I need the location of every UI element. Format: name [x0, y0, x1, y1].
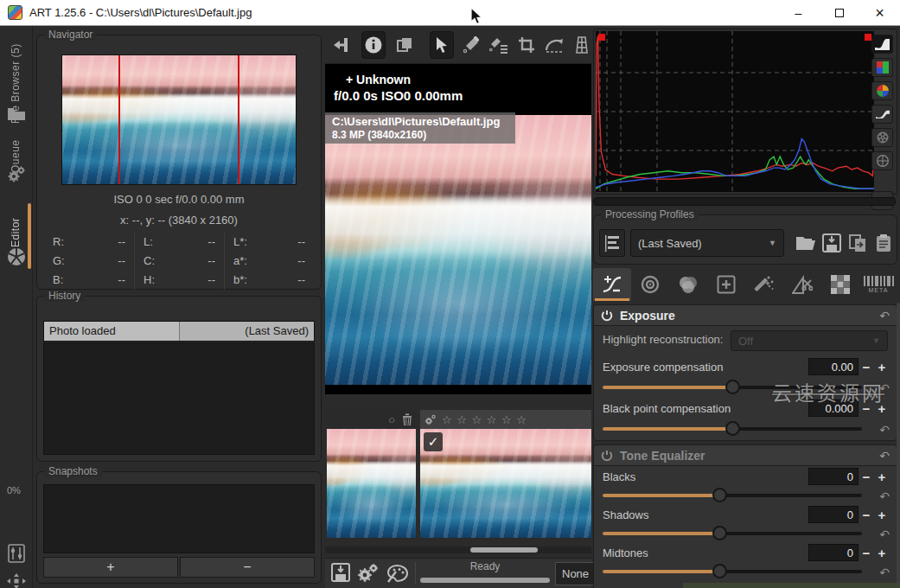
tone-equalizer-section-header[interactable]: Tone Equalizer ↶ [593, 444, 897, 465]
hand-tool-button[interactable] [430, 31, 454, 59]
highlight-reconstruction-select[interactable]: Off ▼ [731, 330, 888, 351]
pan-move-icon[interactable] [6, 571, 27, 588]
tab-local-editing[interactable] [707, 268, 745, 301]
queue-gears-icon[interactable] [6, 164, 27, 185]
shadows-spinbox[interactable]: 0 − + [808, 506, 890, 523]
save-image-button[interactable] [331, 563, 350, 582]
slider-thumb[interactable] [712, 526, 727, 540]
slider-thumb[interactable] [725, 421, 740, 436]
decrement-button[interactable]: − [859, 360, 874, 374]
exposure-reset-icon[interactable]: ↶ [879, 309, 890, 323]
slider-thumb[interactable] [712, 488, 727, 502]
add-snapshot-button[interactable]: + [43, 557, 178, 578]
decrement-button[interactable]: − [859, 508, 874, 522]
picker-options-button[interactable] [487, 31, 511, 59]
color-management-button[interactable] [386, 563, 408, 584]
info-toggle-button[interactable] [361, 31, 386, 59]
histogram-resize-handle[interactable] [593, 197, 896, 206]
remove-snapshot-button[interactable]: − [180, 557, 315, 578]
thumb-2-image[interactable]: ✓ [420, 429, 591, 538]
tab-transform[interactable] [783, 268, 821, 301]
queue-processing-button[interactable] [356, 563, 379, 584]
shadows-slider[interactable] [603, 525, 862, 542]
tab-detail[interactable] [631, 268, 669, 301]
decrement-button[interactable]: − [859, 546, 874, 560]
snapshots-list[interactable] [43, 484, 315, 553]
in-queue-gear-icon[interactable] [424, 414, 437, 425]
slider-reset-icon[interactable]: ↶ [879, 423, 890, 437]
progress-bar [420, 578, 550, 583]
decrement-button[interactable]: − [859, 470, 874, 484]
filmstrip-thumb-2-selected[interactable]: ☆ ☆ ☆ ☆ ☆ ☆ ✓ [420, 410, 591, 538]
load-profile-button[interactable] [795, 230, 817, 256]
perspective-tool-button[interactable] [570, 31, 594, 59]
color-picker-button[interactable] [459, 31, 483, 59]
filmstrip-scrollbar-thumb[interactable] [470, 547, 538, 553]
slider-thumb[interactable] [725, 380, 740, 394]
filmstrip-scrollbar[interactable] [325, 546, 591, 553]
histogram-mode-icon[interactable] [871, 35, 893, 54]
title-bar[interactable]: ART 1.25.6 - C:\Users\dl\Pictures\Defaul… [0, 0, 900, 26]
folder-icon[interactable] [6, 104, 27, 125]
tab-exposure[interactable] [593, 268, 631, 301]
minimize-button[interactable]: – [778, 0, 819, 26]
power-icon[interactable] [601, 450, 613, 462]
tab-editor[interactable]: Editor [10, 209, 22, 247]
history-entry[interactable]: Photo loaded [44, 322, 180, 341]
midtones-spinbox[interactable]: 0 − + [808, 544, 890, 561]
exposure-section-header[interactable]: Exposure ↶ [593, 304, 897, 325]
close-button[interactable]: × [859, 0, 900, 26]
increment-button[interactable]: + [874, 546, 890, 560]
blacks-spinbox[interactable]: 0 − + [808, 468, 890, 485]
tab-special-effects[interactable] [745, 268, 783, 301]
exposure-compensation-spinbox[interactable]: 0.00 − + [808, 358, 890, 375]
straighten-tool-button[interactable] [542, 31, 566, 59]
tab-raw[interactable] [821, 268, 859, 301]
tab-metadata[interactable]: META [859, 268, 897, 301]
aperture-icon[interactable] [6, 246, 27, 267]
history-entry-row[interactable]: Photo loaded (Last Saved) [43, 321, 315, 342]
shadow-clip-indicator[interactable] [598, 34, 605, 41]
increment-button[interactable]: + [874, 360, 890, 374]
history-title: History [44, 290, 85, 302]
color-label-icon[interactable]: ○ [388, 413, 395, 426]
increment-button[interactable]: + [874, 470, 890, 484]
slider-reset-icon[interactable]: ↶ [879, 489, 890, 503]
profile-select[interactable]: (Last Saved) ▼ [630, 229, 784, 257]
midtones-slider[interactable] [603, 563, 862, 580]
thumb-1-image[interactable] [327, 429, 416, 538]
slider-thumb[interactable] [712, 564, 727, 578]
before-after-button[interactable] [393, 31, 417, 59]
curve-mode-icon[interactable] [871, 105, 893, 124]
rgb-mode-icon[interactable] [871, 58, 893, 77]
navigator-thumbnail[interactable] [61, 54, 297, 185]
image-viewer[interactable]: + Unknown f/0.0 0s ISO0 0.00mm C:\Users\… [325, 64, 591, 394]
history-list[interactable] [43, 342, 315, 455]
increment-button[interactable]: + [874, 508, 890, 522]
hide-left-panel-button[interactable] [329, 31, 353, 59]
queue-profile-select[interactable]: None [555, 562, 595, 585]
tone-equalizer-reset-icon[interactable]: ↶ [879, 449, 890, 463]
power-icon[interactable] [601, 310, 613, 322]
tab-color[interactable] [669, 268, 707, 301]
slider-reset-icon[interactable]: ↶ [879, 527, 890, 541]
paste-profile-button[interactable] [872, 230, 895, 256]
vectorscope-icon[interactable] [871, 151, 893, 170]
rating-stars[interactable]: ☆ ☆ ☆ ☆ ☆ ☆ [442, 413, 527, 426]
trash-icon[interactable] [402, 413, 412, 425]
profile-list-button[interactable] [599, 229, 625, 257]
maximize-button[interactable] [819, 0, 859, 26]
save-profile-button[interactable] [820, 230, 843, 256]
mixer-icon[interactable] [6, 543, 27, 564]
crop-tool-button[interactable] [514, 31, 539, 59]
black-point-slider[interactable] [603, 420, 862, 438]
main-image[interactable] [325, 115, 591, 385]
slider-reset-icon[interactable]: ↶ [879, 566, 890, 579]
filmstrip-thumb-1[interactable]: ○ [327, 410, 416, 538]
histogram-plot[interactable] [596, 31, 874, 192]
tools-scrollbar[interactable] [897, 303, 900, 586]
copy-profile-button[interactable] [846, 230, 869, 256]
hsv-wheel-icon[interactable] [871, 81, 893, 100]
blacks-slider[interactable] [603, 487, 862, 504]
film-reel-icon[interactable] [871, 128, 893, 147]
